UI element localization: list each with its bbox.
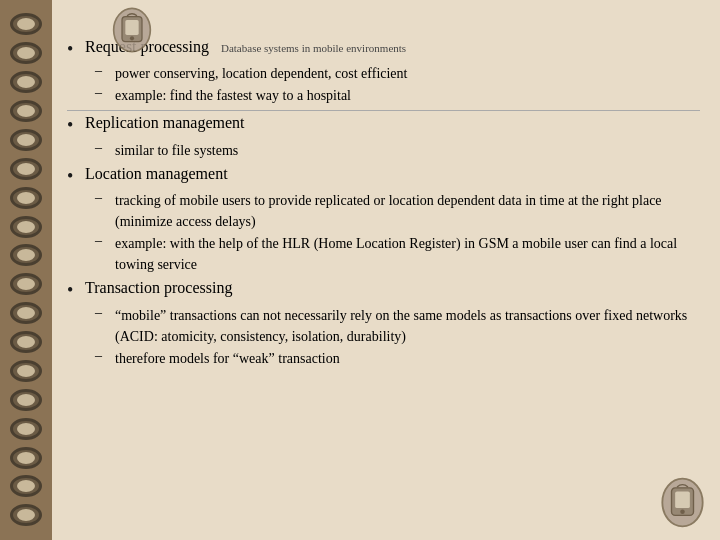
bullet-4: • Transaction processing – “mobile” tran… (67, 279, 700, 368)
spiral-ring (10, 447, 42, 469)
dash-icon: – (95, 63, 111, 79)
bullet-item-1: • Request processing Database systems in… (67, 38, 700, 61)
sub-text-3-1: tracking of mobile users to provide repl… (115, 190, 700, 232)
spiral-ring (10, 158, 42, 180)
sub-text-4-2: therefore models for “weak” transaction (115, 348, 700, 369)
spiral-ring (10, 129, 42, 151)
divider-line (67, 110, 700, 111)
subtitle-1: Database systems in mobile environments (221, 42, 406, 54)
bullet-item-3: • Location management (67, 165, 700, 188)
sub-text-3-2: example: with the help of the HLR (Home … (115, 233, 700, 275)
phone-icon-bottom (655, 475, 710, 530)
dash-icon: – (95, 190, 111, 206)
bullet-item-2: • Replication management (67, 114, 700, 137)
sub-item-3-2: – example: with the help of the HLR (Hom… (95, 233, 700, 275)
spiral-ring (10, 71, 42, 93)
svg-rect-6 (675, 492, 690, 509)
sub-text-1-2: example: find the fastest way to a hospi… (115, 85, 700, 106)
bullet-dot-3: • (67, 165, 81, 188)
bullet-dot-1: • (67, 38, 81, 61)
svg-point-7 (680, 509, 685, 514)
bullet-2: • Replication management – similar to fi… (67, 114, 700, 160)
dash-icon: – (95, 233, 111, 249)
spiral-ring (10, 100, 42, 122)
sub-item-4-1: – “mobile” transactions can not necessar… (95, 305, 700, 347)
dash-icon: – (95, 348, 111, 364)
content-area: • Request processing Database systems in… (52, 0, 720, 540)
spiral-ring (10, 331, 42, 353)
bullet-text-2: Replication management (85, 114, 700, 132)
dash-icon: – (95, 305, 111, 321)
sub-item-1-1: – power conserving, location dependent, … (95, 63, 700, 84)
bullet-dot-2: • (67, 114, 81, 137)
spiral-ring (10, 273, 42, 295)
sub-text-2-1: similar to file systems (115, 140, 700, 161)
sub-text-1-1: power conserving, location dependent, co… (115, 63, 700, 84)
spiral-ring (10, 244, 42, 266)
spiral-ring (10, 187, 42, 209)
sub-item-1-2: – example: find the fastest way to a hos… (95, 85, 700, 106)
phone-icon-top (107, 5, 157, 55)
svg-point-3 (130, 36, 134, 40)
slide-container: • Request processing Database systems in… (0, 0, 720, 540)
spiral-ring (10, 504, 42, 526)
sub-item-2-1: – similar to file systems (95, 140, 700, 161)
spiral-binding (0, 0, 52, 540)
bullet-text-3: Location management (85, 165, 700, 183)
bullet-item-4: • Transaction processing (67, 279, 700, 302)
spiral-ring (10, 360, 42, 382)
bullet-text-4: Transaction processing (85, 279, 700, 297)
spiral-ring (10, 475, 42, 497)
sub-item-4-2: – therefore models for “weak” transactio… (95, 348, 700, 369)
spiral-ring (10, 13, 42, 35)
spiral-ring (10, 42, 42, 64)
bullet-3: • Location management – tracking of mobi… (67, 165, 700, 275)
sub-text-4-1: “mobile” transactions can not necessaril… (115, 305, 700, 347)
spiral-ring (10, 216, 42, 238)
dash-icon: – (95, 85, 111, 101)
bullet-1: • Request processing Database systems in… (67, 38, 700, 106)
dash-icon: – (95, 140, 111, 156)
bullet-dot-4: • (67, 279, 81, 302)
content-wrapper: • Request processing Database systems in… (67, 38, 700, 369)
svg-rect-2 (125, 20, 138, 35)
sub-item-3-1: – tracking of mobile users to provide re… (95, 190, 700, 232)
spiral-ring (10, 418, 42, 440)
bullet-text-1: Request processing Database systems in m… (85, 38, 700, 56)
spiral-ring (10, 302, 42, 324)
spiral-ring (10, 389, 42, 411)
